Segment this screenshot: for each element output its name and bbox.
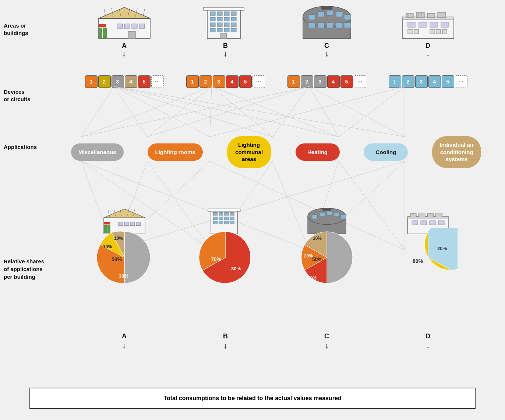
svg-rect-47: [344, 23, 351, 28]
device-B-2: 2: [199, 75, 212, 88]
svg-rect-124: [219, 213, 223, 216]
svg-rect-14: [139, 24, 145, 28]
svg-line-77: [147, 86, 212, 137]
building-letter-C: C: [324, 42, 329, 50]
device-C-dots: ···: [354, 75, 366, 88]
svg-line-86: [210, 86, 405, 137]
bottom-letter-A-col: A ↓: [82, 331, 167, 350]
arrow-B-bottom: ↓: [223, 342, 227, 350]
svg-line-74: [114, 86, 339, 137]
svg-rect-8: [99, 24, 106, 27]
svg-rect-31: [217, 28, 222, 32]
arrow-A-bottom: ↓: [122, 342, 126, 350]
device-D-2: 2: [402, 75, 414, 88]
svg-rect-33: [231, 28, 236, 32]
svg-rect-13: [132, 24, 137, 28]
device-A-dots: ···: [151, 75, 164, 88]
svg-rect-154: [435, 213, 442, 217]
svg-rect-40: [336, 12, 343, 17]
device-A-4: 4: [125, 75, 137, 88]
device-D-1: 1: [389, 75, 401, 88]
svg-rect-113: [119, 222, 123, 226]
svg-line-80: [212, 86, 339, 137]
svg-rect-67: [430, 29, 434, 34]
svg-rect-10: [103, 28, 107, 38]
svg-rect-151: [410, 214, 416, 217]
svg-rect-30: [210, 28, 215, 32]
svg-rect-26: [210, 23, 215, 26]
svg-rect-37: [308, 15, 315, 20]
svg-rect-130: [230, 217, 234, 220]
svg-marker-1: [99, 7, 150, 18]
device-D-3: 3: [415, 75, 428, 88]
bottom-letter-D: D: [425, 332, 430, 340]
svg-rect-141: [327, 211, 332, 215]
svg-rect-44: [318, 23, 324, 28]
svg-rect-11: [117, 24, 123, 28]
devices-D: 1 2 3 4 5 ···: [389, 75, 467, 88]
arrow-D-top: ↓: [426, 50, 430, 58]
bottom-buildings-row: 50% 30% 10% 10%: [74, 206, 478, 287]
svg-rect-131: [213, 221, 217, 224]
svg-rect-62: [419, 22, 426, 27]
device-D-5: 5: [442, 75, 454, 88]
arrow-D-bottom: ↓: [426, 342, 430, 350]
device-A-1: 1: [85, 75, 98, 88]
svg-rect-39: [327, 10, 333, 15]
bottom-letter-B: B: [223, 332, 228, 340]
svg-rect-9: [99, 28, 102, 38]
svg-text:30%: 30%: [231, 266, 241, 271]
app-cooling: Cooling: [364, 143, 408, 161]
svg-line-75: [114, 86, 405, 137]
svg-rect-63: [430, 22, 437, 27]
svg-line-79: [212, 86, 272, 137]
svg-rect-132: [219, 221, 223, 224]
top-buildings-row: A ↓: [74, 4, 478, 58]
bottom-letter-A: A: [122, 332, 127, 340]
label-devices: Devicesor circuits: [4, 88, 31, 103]
svg-rect-28: [224, 23, 229, 26]
svg-rect-41: [344, 15, 351, 20]
svg-rect-139: [312, 215, 317, 219]
svg-rect-45: [327, 23, 333, 28]
svg-rect-158: [438, 221, 444, 225]
app-individual-ac: Individual airconditioningsystems: [432, 136, 481, 168]
building-letter-B: B: [223, 42, 228, 50]
bottom-col-C: 50% 20% 20% 10%: [285, 206, 369, 287]
svg-rect-142: [334, 213, 339, 217]
svg-text:20%: 20%: [304, 253, 313, 259]
device-D-4: 4: [428, 75, 441, 88]
svg-line-73: [114, 86, 272, 137]
svg-rect-50: [406, 13, 413, 18]
svg-rect-20: [224, 12, 229, 15]
app-miscellaneous: Miscellaneous: [71, 143, 124, 161]
device-A-2: 2: [98, 75, 111, 88]
svg-rect-133: [224, 221, 228, 224]
app-lighting-communal: Lightingcommunalareas: [227, 136, 271, 168]
bottom-col-A: 50% 30% 10% 10%: [82, 206, 167, 287]
device-A-3: 3: [112, 75, 124, 88]
svg-rect-123: [213, 213, 217, 216]
building-col-A: A ↓: [82, 4, 167, 58]
svg-marker-104: [104, 209, 145, 218]
app-heating: Heating: [296, 143, 340, 161]
svg-line-81: [81, 86, 309, 137]
final-box: Total consumptions to be related to the …: [29, 388, 476, 409]
svg-rect-61: [408, 22, 415, 27]
svg-rect-65: [408, 29, 412, 34]
device-B-dots: ···: [252, 75, 265, 88]
svg-rect-140: [319, 213, 325, 217]
label-applications: Applications: [4, 143, 37, 151]
svg-line-85: [309, 86, 405, 137]
device-C-1: 1: [287, 75, 300, 88]
svg-line-87: [339, 86, 405, 137]
svg-rect-69: [442, 29, 447, 34]
building-icon-A: [95, 4, 154, 40]
svg-rect-134: [230, 221, 234, 224]
building-icon-C: [297, 4, 356, 40]
device-B-4: 4: [226, 75, 239, 88]
svg-rect-25: [231, 17, 236, 21]
building-col-B: B ↓: [183, 4, 268, 58]
svg-rect-144: [322, 208, 331, 210]
svg-rect-12: [124, 24, 130, 28]
